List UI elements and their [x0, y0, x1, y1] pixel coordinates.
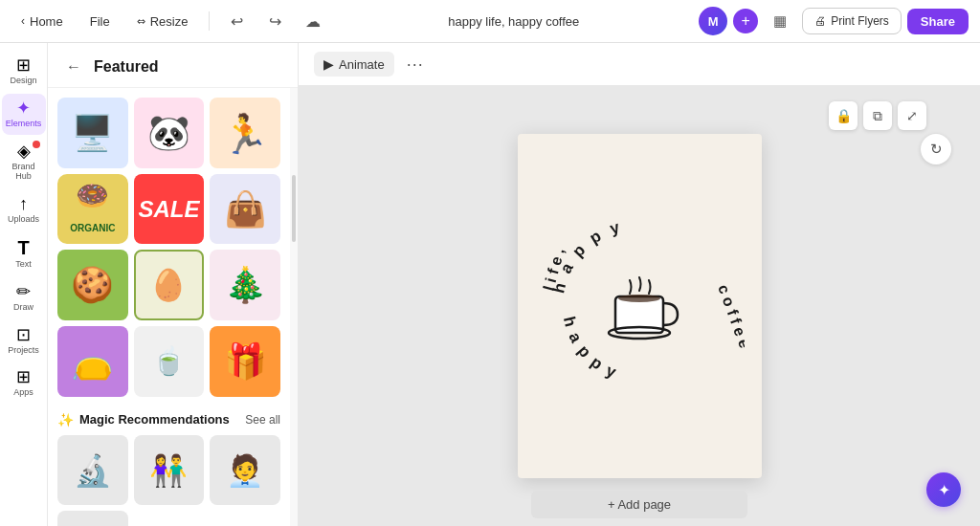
text-label: Text [15, 259, 32, 270]
svg-text:h a p p y: h a p p y [560, 315, 620, 383]
sticker-item[interactable]: 👜 [210, 174, 280, 245]
panel-scroll-area: 🖥️ 🐼 🏃 🍩ORGANIC SALE 👜 🍪 🥚 [48, 88, 290, 526]
canvas-workspace: 🔒 ⧉ ⤢ ↻ [299, 86, 980, 526]
sticker-item[interactable]: 🏃 [210, 98, 280, 168]
design-icon: ⊞ [16, 56, 31, 74]
file-label: File [90, 14, 110, 29]
help-button[interactable]: ✦ [926, 472, 961, 507]
share-button[interactable]: Share [907, 9, 969, 34]
canvas-content: h a p p y h a p p y [518, 134, 762, 478]
brand-hub-badge [33, 141, 40, 148]
design-canvas: h a p p y h a p p y [518, 134, 762, 478]
magic-item[interactable]: 👫 [134, 435, 205, 506]
canvas-float-actions: 🔒 ⧉ ⤢ [829, 101, 926, 130]
magic-item[interactable]: 🧑‍💼 [210, 435, 280, 506]
print-icon: 🖨 [814, 14, 826, 28]
sticker-item[interactable]: 🖥️ [57, 98, 128, 168]
print-flyers-button[interactable]: 🖨 Print Flyers [802, 8, 902, 34]
sidebar-item-brand-hub[interactable]: ◈ Brand Hub [2, 137, 46, 188]
separator-1 [209, 11, 210, 31]
draw-label: Draw [13, 302, 33, 313]
brand-hub-label: Brand Hub [4, 162, 44, 183]
home-button[interactable]: ‹ Home [11, 10, 73, 33]
magic-section-title: Magic Recommendations [79, 412, 230, 427]
sidebar-item-projects[interactable]: ⊡ Projects [2, 320, 46, 362]
uploads-label: Uploads [8, 214, 39, 225]
document-title: happy life, happy coffee [336, 14, 691, 29]
help-icon: ✦ [938, 481, 950, 499]
projects-icon: ⊡ [16, 326, 31, 343]
magic-grid: 🔬 👫 🧑‍💼 🧍 [57, 435, 280, 526]
animate-icon: ▶ [323, 56, 334, 72]
add-page-label: + Add page [608, 497, 671, 512]
sticker-grid: 🖥️ 🐼 🏃 🍩ORGANIC SALE 👜 🍪 🥚 [57, 98, 280, 397]
sticker-item[interactable]: 🍪 [57, 250, 128, 320]
see-all-button[interactable]: See all [245, 413, 280, 427]
panel-scrollbar [290, 88, 298, 526]
main-layout: ⊞ Design ✦ Elements ◈ Brand Hub ↑ Upload… [0, 43, 980, 526]
print-flyers-label: Print Flyers [831, 14, 889, 28]
sticker-item[interactable]: 🎁 [210, 326, 280, 397]
canvas-area: ▶ Animate ··· 🔒 ⧉ ⤢ ↻ [299, 43, 980, 526]
magic-header-left: ✨ Magic Recommendations [57, 412, 230, 427]
add-collaborator-button[interactable]: + [733, 9, 758, 33]
redo-button[interactable]: ↪ [259, 6, 290, 36]
canvas-toolbar: ▶ Animate ··· [299, 43, 980, 86]
sticker-item[interactable]: 🎄 [210, 250, 280, 320]
file-button[interactable]: File [80, 10, 120, 33]
add-page-button[interactable]: + Add page [531, 491, 747, 518]
sidebar-item-apps[interactable]: ⊞ Apps [2, 362, 46, 404]
sticker-item[interactable]: 🍵 [134, 326, 205, 397]
circular-text-design: h a p p y h a p p y [534, 201, 745, 411]
sidebar-item-design[interactable]: ⊞ Design [2, 51, 46, 92]
svg-text:c o f f e e: c o f f e e [715, 282, 745, 350]
home-label: Home [30, 14, 63, 29]
panel-title: Featured [94, 58, 159, 76]
sticker-item[interactable]: 🥚 [134, 250, 205, 320]
elements-panel: ← Featured 🖥️ 🐼 🏃 🍩ORGANIC SALE [48, 43, 299, 526]
panel-back-button[interactable]: ← [61, 55, 86, 79]
undo-button[interactable]: ↩ [221, 6, 252, 36]
cloud-save-button[interactable]: ☁ [298, 6, 328, 36]
panel-header: ← Featured [48, 43, 298, 88]
sidebar-item-uploads[interactable]: ↑ Uploads [2, 189, 46, 230]
expand-button[interactable]: ⤢ [898, 101, 926, 130]
copy-button[interactable]: ⧉ [863, 101, 892, 130]
elements-icon: ✦ [16, 99, 31, 117]
analytics-button[interactable]: ▦ [764, 7, 796, 35]
lock-button[interactable]: 🔒 [829, 101, 858, 130]
sticker-item[interactable]: 👝 [57, 326, 128, 397]
resize-button[interactable]: ⇔ Resize [127, 10, 198, 33]
sticker-item[interactable]: 🐼 [134, 98, 205, 168]
resize-label: Resize [150, 14, 189, 29]
magic-sparkle-icon: ✨ [57, 412, 74, 427]
text-icon: T [17, 238, 29, 257]
animate-button[interactable]: ▶ Animate [314, 52, 394, 77]
sidebar-item-draw[interactable]: ✏ Draw [2, 277, 46, 318]
canvas-refresh-button[interactable]: ↻ [921, 134, 951, 164]
avatar-button[interactable]: M [699, 7, 727, 35]
projects-label: Projects [8, 345, 39, 356]
sticker-item[interactable]: SALE [134, 174, 205, 245]
share-label: Share [921, 14, 955, 29]
canvas-more-button[interactable]: ··· [402, 51, 429, 77]
add-page-bar: + Add page [299, 483, 980, 526]
draw-icon: ✏ [16, 283, 31, 300]
svg-point-5 [618, 295, 660, 302]
svg-text:🏃: 🏃 [221, 111, 269, 157]
sidebar-item-text[interactable]: T Text [2, 232, 46, 275]
apps-label: Apps [13, 387, 33, 398]
icon-sidebar: ⊞ Design ✦ Elements ◈ Brand Hub ↑ Upload… [0, 43, 48, 526]
uploads-icon: ↑ [19, 195, 28, 212]
sticker-item[interactable]: 🍩ORGANIC [57, 174, 128, 245]
sidebar-item-elements[interactable]: ✦ Elements [2, 94, 46, 135]
magic-section-header: ✨ Magic Recommendations See all [57, 408, 280, 435]
elements-label: Elements [6, 119, 42, 129]
magic-item[interactable]: 🧍 [57, 511, 128, 526]
scrollbar-thumb [292, 175, 296, 242]
avatar-letter: M [708, 14, 719, 29]
magic-item[interactable]: 🔬 [57, 435, 128, 506]
topbar: ‹ Home File ⇔ Resize ↩ ↪ ☁ happy life, h… [0, 0, 980, 43]
design-label: Design [10, 76, 36, 86]
home-arrow-icon: ‹ [21, 14, 25, 28]
